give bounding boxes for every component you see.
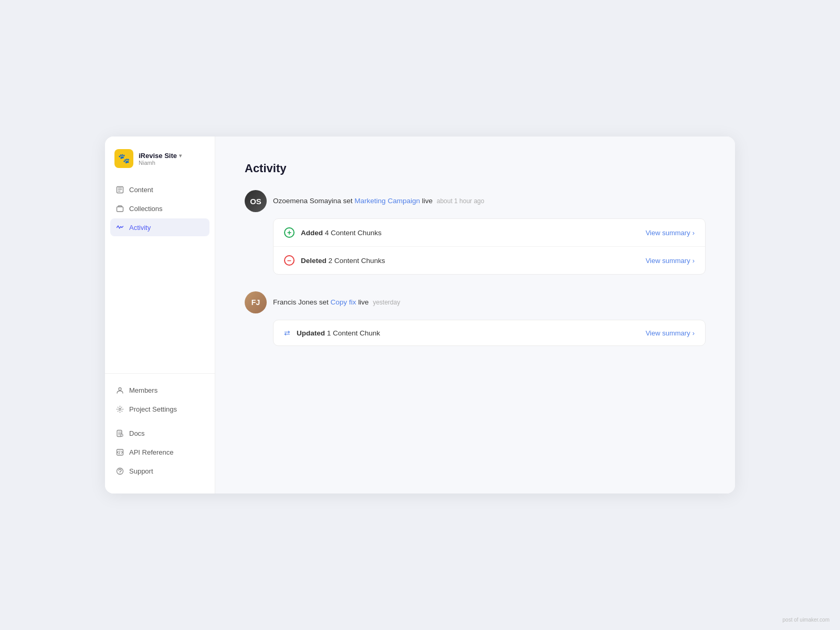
chevron-down-icon: ▾ (179, 153, 182, 159)
sidebar-api-label: API Reference (129, 448, 174, 456)
activity-status-1: live (422, 197, 433, 205)
added-label: Added (301, 229, 323, 237)
activity-desc-1: Ozoemena Somayina set Marketing Campaign… (273, 196, 484, 206)
view-summary-added[interactable]: View summary › (646, 229, 695, 237)
sidebar-item-collections[interactable]: Collections (110, 200, 209, 217)
deleted-label: Deleted (301, 257, 327, 265)
support-icon (116, 467, 124, 475)
updated-detail-text: 1 Content Chunk (327, 329, 380, 337)
view-summary-updated[interactable]: View summary › (646, 329, 695, 337)
svg-point-11 (119, 472, 120, 473)
activity-row-deleted: – Deleted 2 Content Chunks View summary … (274, 247, 705, 274)
sidebar-item-project-settings[interactable]: Project Settings (110, 400, 209, 418)
svg-point-6 (119, 408, 121, 410)
svg-point-5 (119, 387, 121, 390)
updated-label: Updated (297, 329, 325, 337)
page-title: Activity (245, 162, 706, 175)
docs-icon (116, 429, 124, 437)
activity-timestamp-1: about 1 hour ago (437, 197, 485, 205)
added-icon: + (284, 227, 295, 238)
deleted-icon: – (284, 255, 295, 266)
deleted-detail-text: 2 Content Chunks (329, 257, 385, 265)
sidebar: 🐾 iRevise Site ▾ Niamh (105, 136, 215, 494)
sidebar-project-settings-label: Project Settings (129, 405, 177, 413)
chevron-right-icon-3: › (692, 329, 695, 337)
activity-action-1: set (343, 197, 355, 205)
app-container: 🐾 iRevise Site ▾ Niamh (105, 136, 735, 494)
chevron-right-icon-2: › (692, 257, 695, 265)
settings-icon (116, 405, 124, 413)
sidebar-item-members[interactable]: Members (110, 381, 209, 399)
svg-rect-2 (118, 189, 122, 190)
svg-rect-3 (118, 191, 120, 191)
activity-desc-2: Francis Jones set Copy fix live yesterda… (273, 297, 400, 308)
sidebar-docs-label: Docs (129, 429, 145, 437)
footer-credit: post of uimaker.com (783, 617, 830, 623)
activity-row-updated: ⇄ Updated 1 Content Chunk View summary › (274, 320, 705, 345)
brand-user: Niamh (139, 160, 182, 166)
avatar-initials-oz: OS (245, 190, 267, 212)
sidebar-members-label: Members (129, 386, 158, 394)
svg-rect-8 (121, 434, 123, 436)
brand-header[interactable]: 🐾 iRevise Site ▾ Niamh (105, 149, 215, 181)
activity-action-2: set (319, 298, 331, 306)
api-icon (116, 448, 124, 456)
sidebar-item-api-reference[interactable]: API Reference (110, 443, 209, 461)
main-nav: Content Collections Act (105, 181, 215, 366)
sidebar-support-label: Support (129, 467, 153, 475)
avatar-initials-fj: FJ (245, 291, 267, 313)
activity-row-left-deleted: – Deleted 2 Content Chunks (284, 255, 385, 266)
sidebar-item-support[interactable]: Support (110, 462, 209, 480)
avatar-fj: FJ (245, 291, 267, 313)
activity-block-2: FJ Francis Jones set Copy fix live yeste… (245, 291, 706, 346)
svg-rect-4 (117, 207, 123, 212)
activity-timestamp-2: yesterday (373, 299, 400, 306)
sidebar-item-activity[interactable]: Activity (110, 218, 209, 236)
activity-user-1: Ozoemena Somayina (273, 197, 341, 205)
activity-row-left-updated: ⇄ Updated 1 Content Chunk (284, 329, 380, 337)
activity-block-1: OS Ozoemena Somayina set Marketing Campa… (245, 190, 706, 275)
activity-link-1[interactable]: Marketing Campaign (354, 197, 420, 205)
activity-header-1: OS Ozoemena Somayina set Marketing Campa… (245, 190, 706, 212)
view-summary-deleted[interactable]: View summary › (646, 257, 695, 265)
activity-header-2: FJ Francis Jones set Copy fix live yeste… (245, 291, 706, 313)
svg-rect-1 (118, 187, 122, 188)
activity-icon (116, 223, 124, 232)
content-icon (116, 185, 124, 194)
updated-icon: ⇄ (284, 329, 290, 337)
sidebar-bottom: Members Project Settings (105, 373, 215, 481)
activity-link-2[interactable]: Copy fix (331, 298, 356, 306)
activity-status-2: live (358, 298, 369, 306)
activity-row-left-added: + Added 4 Content Chunks (284, 227, 382, 238)
activity-card-1: + Added 4 Content Chunks View summary › (273, 218, 706, 275)
collections-icon (116, 204, 124, 213)
brand-name: iRevise Site ▾ (139, 152, 182, 160)
sidebar-activity-label: Activity (129, 224, 151, 232)
chevron-right-icon: › (692, 229, 695, 237)
avatar-oz: OS (245, 190, 267, 212)
sidebar-content-label: Content (129, 186, 153, 194)
main-content: Activity OS Ozoemena Somayina set Market… (215, 136, 735, 494)
sidebar-collections-label: Collections (129, 205, 163, 213)
members-icon (116, 386, 124, 394)
sidebar-item-content[interactable]: Content (110, 181, 209, 198)
activity-card-2: ⇄ Updated 1 Content Chunk View summary › (273, 320, 706, 346)
added-detail-text: 4 Content Chunks (325, 229, 382, 237)
brand-logo: 🐾 (114, 149, 133, 168)
activity-row-added: + Added 4 Content Chunks View summary › (274, 219, 705, 247)
brand-info: iRevise Site ▾ Niamh (139, 152, 182, 166)
brand-logo-emoji: 🐾 (118, 153, 130, 164)
activity-user-2: Francis Jones (273, 298, 317, 306)
sidebar-item-docs[interactable]: Docs (110, 424, 209, 442)
